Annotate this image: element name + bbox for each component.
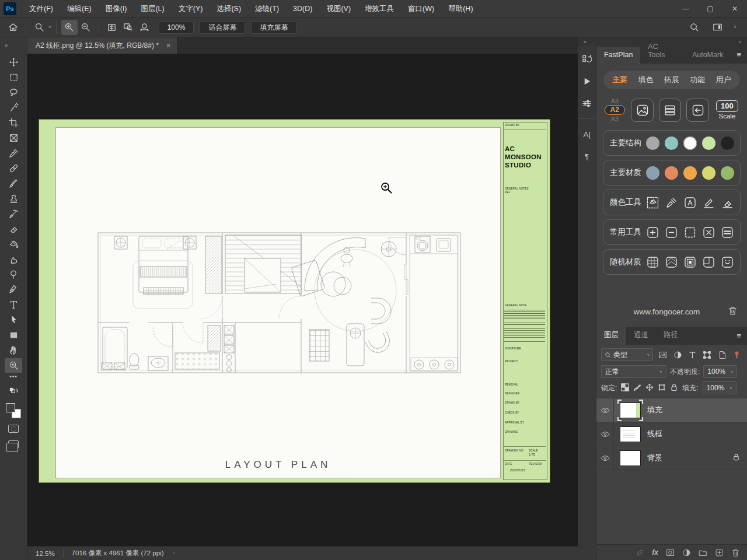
paragraph-panel-button[interactable]: ¶	[580, 149, 594, 163]
foreground-background-colors[interactable]	[6, 403, 21, 418]
tool-healing-brush[interactable]	[5, 161, 22, 176]
fit-screen-button[interactable]: 适合屏幕	[200, 21, 245, 34]
tool-gradient[interactable]	[5, 237, 22, 251]
filter-type-layers-button[interactable]	[687, 349, 697, 360]
structure-color-4[interactable]	[702, 136, 715, 150]
filter-adjustment-button[interactable]	[672, 349, 683, 360]
layer-style-button[interactable]: fx	[652, 548, 658, 556]
status-zoom-level[interactable]: 12.5%	[36, 550, 55, 557]
fill-select[interactable]: 100% ˅	[703, 382, 736, 394]
subtab-extend[interactable]: 拓展	[664, 75, 679, 85]
swap-colors-button[interactable]	[5, 384, 22, 399]
subtab-function[interactable]: 功能	[690, 75, 705, 85]
quick-mask-button[interactable]	[8, 425, 19, 433]
tool-marquee[interactable]	[5, 70, 22, 85]
random-face-button[interactable]	[721, 256, 734, 269]
size-a2-selected[interactable]: A2	[605, 105, 625, 115]
menu-select[interactable]: 选择(S)	[210, 0, 248, 18]
selection-button[interactable]	[683, 226, 697, 239]
zoom-all-windows-button[interactable]	[120, 20, 137, 35]
corner-material-button[interactable]	[702, 256, 715, 269]
properties-panel-button[interactable]	[580, 96, 594, 110]
blend-mode-select[interactable]: 正常 ˅	[601, 365, 666, 378]
layer-row-fill[interactable]: 填充	[596, 398, 747, 422]
fill-screen-button[interactable]: 填充屏幕	[251, 21, 296, 34]
menu-edit[interactable]: 编辑(E)	[60, 0, 99, 18]
menu-filter[interactable]: 滤镜(T)	[248, 0, 286, 18]
visibility-toggle[interactable]	[596, 446, 614, 470]
menu-file[interactable]: 文件(F)	[22, 0, 60, 18]
minimize-button[interactable]: —	[673, 0, 698, 18]
tool-path-select[interactable]	[5, 313, 22, 327]
add-mask-button[interactable]	[666, 548, 675, 557]
zoom-tool-preset[interactable]	[31, 20, 47, 35]
zoom-out-button[interactable]	[78, 20, 94, 35]
tool-dodge[interactable]	[5, 267, 22, 282]
layer-thumbnail[interactable]	[619, 401, 642, 419]
panel-menu-icon[interactable]: ≡	[731, 331, 747, 345]
herringbone-material-button[interactable]	[665, 256, 678, 269]
tool-hand[interactable]	[5, 343, 22, 358]
lock-position-button[interactable]	[645, 383, 654, 393]
structure-color-2[interactable]	[665, 136, 678, 150]
lock-all-button[interactable]	[670, 383, 678, 393]
structure-color-3[interactable]	[683, 136, 697, 150]
panel-menu-icon[interactable]: ≡	[731, 50, 747, 64]
document-tab[interactable]: A2 线框.png @ 12.5% (填充, RGB/8#) * ✕	[27, 37, 177, 54]
tool-pen[interactable]	[5, 282, 22, 297]
insert-image-button[interactable]	[631, 99, 653, 122]
lock-transparent-button[interactable]	[621, 383, 629, 393]
layer-name[interactable]: 填充	[647, 405, 662, 415]
back-button[interactable]	[686, 99, 708, 122]
layer-thumbnail[interactable]	[619, 425, 642, 443]
tab-automark[interactable]: AutoMark	[685, 47, 731, 64]
tool-shape[interactable]	[5, 328, 22, 342]
fill-selection-button[interactable]	[646, 196, 659, 209]
merge-button[interactable]	[721, 226, 734, 239]
visibility-toggle[interactable]	[596, 398, 614, 422]
material-color-3[interactable]	[683, 166, 697, 180]
layer-list-button[interactable]	[659, 99, 681, 122]
history-panel-button[interactable]	[580, 52, 594, 66]
toolbar-collapse-button[interactable]: »	[0, 37, 27, 52]
material-color-2[interactable]	[665, 166, 678, 180]
trash-button[interactable]	[728, 306, 738, 318]
subtab-fill-color[interactable]: 填色	[638, 75, 654, 85]
menu-view[interactable]: 视图(V)	[319, 0, 358, 18]
tab-layers[interactable]: 图层	[596, 326, 626, 345]
tool-zoom[interactable]	[5, 358, 22, 373]
link-layers-button[interactable]	[636, 548, 644, 557]
structure-color-5[interactable]	[721, 136, 734, 150]
zoom-100-button[interactable]: 100%	[159, 21, 194, 34]
tool-history-brush[interactable]	[5, 206, 22, 221]
menu-plugins[interactable]: 增效工具	[358, 0, 401, 18]
subtab-main[interactable]: 主要	[612, 75, 627, 85]
new-layer-button[interactable]	[715, 548, 724, 557]
tool-brush[interactable]	[5, 176, 22, 191]
layer-row-lineframe[interactable]: 线框	[596, 422, 747, 446]
plaid-material-button[interactable]	[646, 256, 659, 269]
tool-frame[interactable]	[5, 131, 22, 145]
edit-toolbar-button[interactable]: •••	[9, 373, 18, 384]
menu-help[interactable]: 帮助(H)	[441, 0, 480, 18]
material-color-1[interactable]	[646, 166, 659, 180]
search-button[interactable]	[686, 20, 702, 35]
material-color-5[interactable]	[721, 166, 734, 180]
lock-artboard-button[interactable]	[658, 383, 666, 393]
layer-name[interactable]: 线框	[647, 429, 662, 439]
scale-button[interactable]: 100 Scale	[714, 98, 740, 123]
tool-clone-stamp[interactable]	[5, 191, 22, 206]
size-a3-top[interactable]: A3	[610, 97, 618, 104]
new-adjustment-layer-button[interactable]	[682, 548, 691, 557]
delete-selection-button[interactable]	[702, 226, 715, 239]
delete-layer-button[interactable]	[731, 548, 740, 557]
tool-object-selection[interactable]	[5, 100, 22, 115]
tab-ac-tools[interactable]: AC Tools	[640, 38, 685, 64]
paper-size-selector[interactable]: A3 A2 A3	[603, 97, 626, 123]
canvas[interactable]: LAYOUT PLAN DRAWN BY AC MONSOON STUDIO G…	[27, 54, 578, 546]
close-tab-icon[interactable]: ✕	[166, 42, 171, 50]
status-chevron-icon[interactable]: ›	[173, 551, 175, 556]
tab-channels[interactable]: 通道	[626, 326, 656, 345]
add-button[interactable]	[646, 226, 659, 239]
color-picker-button[interactable]	[665, 196, 678, 209]
